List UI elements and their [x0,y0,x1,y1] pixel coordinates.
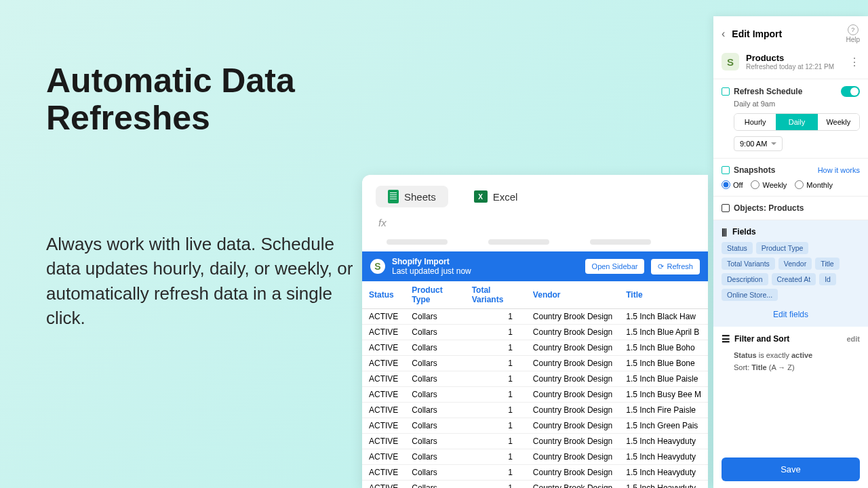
snap-monthly[interactable]: Monthly [795,180,833,189]
table-row[interactable]: ACTIVECollars1Country Brook Design1.5 In… [362,418,708,434]
table-row[interactable]: ACTIVECollars1Country Brook Design1.5 In… [362,340,708,356]
open-sidebar-button[interactable]: Open Sidebar [585,259,645,274]
field-chip[interactable]: Product Type [756,242,809,254]
col-header[interactable]: Product Type [405,281,465,309]
field-chip[interactable]: Description [722,273,768,285]
calendar-icon [722,87,730,96]
sheets-icon [388,190,399,203]
fields-icon [722,227,728,237]
refresh-schedule-title: Refresh Schedule [734,87,802,96]
hero-body: Always work with live data. Schedule dat… [46,232,372,331]
field-chip[interactable]: Online Store... [722,289,778,301]
chevron-down-icon [771,142,776,148]
filter-title: Filter and Sort [734,334,789,344]
field-chip[interactable]: Vendor [778,258,812,270]
tab-sheets[interactable]: Sheets [376,186,448,207]
placeholder-row [362,232,708,251]
tab-sheets-label: Sheets [404,191,436,203]
save-button[interactable]: Save [722,458,860,481]
table-row[interactable]: ACTIVECollars1Country Brook Design1.5 In… [362,387,708,403]
spreadsheet-panel: Sheets X Excel fx S Shopify Import Last … [362,175,708,488]
table-row[interactable]: ACTIVECollars1Country Brook Design1.5 In… [362,371,708,387]
col-header[interactable]: Total Variants [465,281,526,309]
sidebar-panel: ‹ Edit Import Help S Products Refreshed … [713,16,868,488]
product-menu-button[interactable]: ⋮ [849,56,860,68]
time-select[interactable]: 9:00 AM [734,136,783,151]
table-row[interactable]: ACTIVECollars1Country Brook Design1.5 In… [362,449,708,465]
products-table: StatusProduct TypeTotal VariantsVendorTi… [362,281,708,488]
field-chip[interactable]: Id [819,273,836,285]
filter-summary: Status is exactly active Sort: Title (A … [734,350,860,373]
frequency-segment: Hourly Daily Weekly [734,113,860,131]
freq-daily[interactable]: Daily [776,114,817,130]
edit-fields-link[interactable]: Edit fields [773,310,808,319]
field-chip[interactable]: Total Variants [722,258,775,270]
object-icon [722,204,730,212]
snap-off[interactable]: Off [722,180,743,189]
col-header[interactable]: Title [619,281,708,309]
refresh-button[interactable]: ⟳Refresh [651,259,700,274]
shopify-badge-icon: S [370,259,385,274]
back-button[interactable]: ‹ [722,28,725,40]
field-chip[interactable]: Status [722,242,753,254]
filter-edit-link[interactable]: edit [846,335,860,343]
formula-bar[interactable]: fx [362,213,708,232]
snap-weekly[interactable]: Weekly [751,180,787,189]
help-button[interactable]: Help [846,24,860,43]
refresh-toggle[interactable] [841,86,860,97]
banner-title: Shopify Import [392,257,578,266]
sidebar-title: Edit Import [732,28,839,39]
field-chip[interactable]: Created At [772,273,816,285]
table-row[interactable]: ACTIVECollars1Country Brook Design1.5 In… [362,403,708,418]
table-row[interactable]: ACTIVECollars1Country Brook Design1.5 In… [362,309,708,325]
snapshots-title: Snapshots [734,165,775,175]
table-row[interactable]: ACTIVECollars1Country Brook Design1.5 In… [362,434,708,449]
field-chip[interactable]: Title [815,258,839,270]
table-row[interactable]: ACTIVECollars1Country Brook Design1.5 In… [362,465,708,481]
product-refreshed: Refreshed today at 12:21 PM [746,63,842,70]
import-banner: S Shopify Import Last updated just now O… [362,251,708,281]
refresh-icon: ⟳ [658,262,664,271]
col-header[interactable]: Vendor [526,281,619,309]
tab-excel-label: Excel [493,191,518,203]
table-row[interactable]: ACTIVECollars1Country Brook Design1.5 In… [362,356,708,371]
freq-hourly[interactable]: Hourly [734,114,776,130]
objects-title: Objects: Products [734,203,804,213]
snapshot-icon [722,166,730,174]
freq-weekly[interactable]: Weekly [818,114,859,130]
hero-title: Automatic Data Refreshes [46,62,372,137]
refresh-schedule-sub: Daily at 9am [734,100,860,108]
tab-excel[interactable]: X Excel [462,186,530,207]
product-name: Products [746,53,842,63]
fields-title: Fields [732,227,756,237]
excel-icon: X [474,190,488,203]
table-row[interactable]: ACTIVECollars1Country Brook Design1.5 In… [362,481,708,489]
how-it-works-link[interactable]: How it works [818,166,860,174]
product-badge-icon: S [722,53,739,70]
col-header[interactable]: Status [362,281,405,309]
filter-icon: ☰ [722,333,730,344]
banner-subtitle: Last updated just now [392,266,578,276]
table-row[interactable]: ACTIVECollars1Country Brook Design1.5 In… [362,325,708,340]
